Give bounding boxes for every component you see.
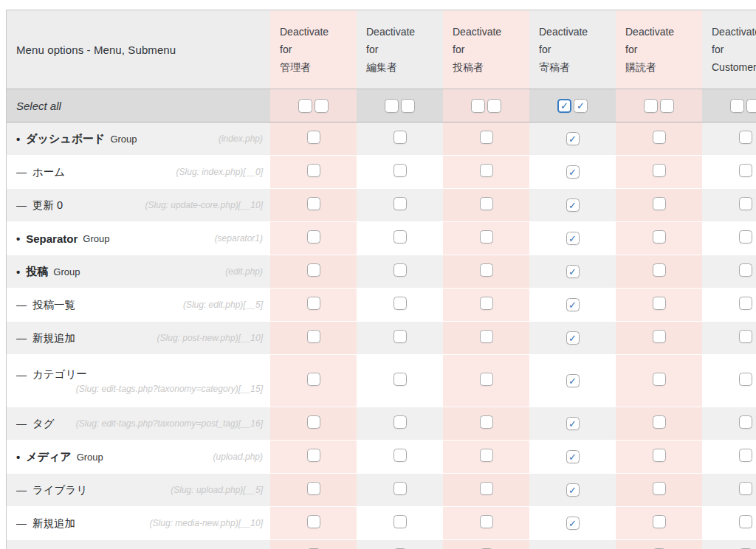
deactivate-checkbox[interactable]	[480, 263, 493, 277]
deactivate-checkbox[interactable]	[653, 263, 666, 277]
deactivate-checkbox[interactable]	[307, 164, 320, 177]
deactivate-checkbox[interactable]	[394, 449, 407, 462]
deactivate-checkbox[interactable]	[653, 482, 666, 495]
deactivate-checkbox[interactable]: ✓	[566, 298, 580, 311]
deactivate-checkbox[interactable]	[739, 449, 752, 462]
deactivate-checkbox[interactable]	[653, 197, 666, 210]
deactivate-checkbox[interactable]	[480, 197, 493, 210]
deactivate-checkbox[interactable]	[480, 230, 493, 244]
deactivate-cell	[616, 222, 702, 255]
deactivate-cell: ✓	[529, 540, 616, 549]
deactivate-checkbox[interactable]	[739, 415, 752, 429]
deactivate-checkbox[interactable]	[307, 449, 320, 462]
deactivate-cell	[270, 507, 357, 540]
deactivate-checkbox[interactable]: ✓	[566, 483, 580, 497]
deactivate-cell: ✓	[529, 189, 616, 222]
deactivate-checkbox[interactable]: ✓	[566, 374, 580, 387]
deactivate-checkbox[interactable]	[394, 373, 407, 386]
deactivate-checkbox[interactable]: ✓	[566, 232, 580, 245]
deactivate-checkbox[interactable]	[480, 449, 493, 462]
deactivate-checkbox[interactable]	[394, 164, 407, 177]
deactivate-checkbox[interactable]	[653, 415, 666, 429]
menu-label-content: —投稿一覧(Slug: edit.php)[__5]	[16, 298, 263, 312]
deactivate-checkbox[interactable]	[739, 230, 752, 244]
deactivate-checkbox[interactable]	[307, 330, 320, 343]
deactivate-checkbox[interactable]	[739, 197, 752, 210]
deactivate-checkbox[interactable]	[653, 449, 666, 462]
deactivate-checkbox[interactable]	[307, 263, 320, 277]
select-all-menus-checkbox[interactable]	[730, 99, 744, 113]
deactivate-checkbox[interactable]: ✓	[566, 265, 580, 278]
deactivate-checkbox[interactable]	[480, 131, 493, 144]
group-bullet: •	[16, 451, 20, 463]
deactivate-checkbox[interactable]	[480, 373, 493, 386]
menu-label-content: —ライブラリ(Slug: upload.php)[__5]	[16, 483, 263, 497]
deactivate-checkbox[interactable]	[480, 482, 493, 495]
deactivate-checkbox[interactable]: ✓	[566, 417, 580, 430]
menu-label-content: •SeparatorGroup(separator1)	[16, 232, 263, 245]
deactivate-checkbox[interactable]	[480, 164, 493, 177]
select-all-submenus-checkbox[interactable]	[315, 99, 329, 113]
deactivate-checkbox[interactable]: ✓	[566, 331, 580, 345]
deactivate-checkbox[interactable]	[480, 330, 493, 343]
deactivate-checkbox[interactable]	[739, 263, 752, 277]
deactivate-checkbox[interactable]	[480, 415, 493, 429]
deactivate-checkbox[interactable]	[394, 263, 407, 277]
deactivate-checkbox[interactable]	[739, 131, 752, 144]
deactivate-checkbox[interactable]	[307, 297, 320, 310]
select-all-menus-checkbox[interactable]: ✓	[557, 99, 571, 113]
deactivate-cell	[702, 507, 756, 540]
submenu-dash: —	[16, 369, 27, 381]
deactivate-checkbox[interactable]	[653, 164, 666, 177]
deactivate-checkbox[interactable]	[739, 482, 752, 495]
deactivate-checkbox[interactable]	[307, 197, 320, 210]
menu-row-submenu: —更新 0(Slug: update-core.php)[__10]✓	[7, 189, 756, 222]
deactivate-checkbox[interactable]	[653, 230, 666, 244]
deactivate-checkbox[interactable]	[394, 131, 407, 144]
deactivate-checkbox[interactable]	[480, 297, 493, 310]
menu-row-group: •投稿Group(edit.php)✓	[7, 255, 756, 289]
menu-slug: (Slug: update-core.php)[__10]	[145, 200, 263, 210]
select-all-submenus-checkbox[interactable]	[487, 99, 501, 113]
select-all-menus-checkbox[interactable]	[385, 99, 399, 113]
deactivate-checkbox[interactable]	[653, 297, 666, 310]
deactivate-cell	[443, 322, 529, 355]
deactivate-cell	[702, 441, 756, 474]
deactivate-checkbox[interactable]	[307, 515, 320, 528]
deactivate-checkbox[interactable]	[653, 373, 666, 386]
deactivate-checkbox[interactable]	[394, 330, 407, 343]
deactivate-checkbox[interactable]	[653, 330, 666, 343]
deactivate-checkbox[interactable]: ✓	[566, 517, 580, 530]
deactivate-checkbox[interactable]	[394, 415, 407, 429]
deactivate-checkbox[interactable]	[739, 297, 752, 310]
deactivate-checkbox[interactable]	[739, 164, 752, 177]
select-all-submenus-checkbox[interactable]	[401, 99, 415, 113]
deactivate-checkbox[interactable]	[394, 297, 407, 310]
select-all-menus-checkbox[interactable]	[298, 99, 312, 113]
select-all-menus-checkbox[interactable]	[471, 99, 485, 113]
select-all-submenus-checkbox[interactable]	[746, 99, 756, 113]
deactivate-checkbox[interactable]: ✓	[566, 132, 580, 145]
deactivate-checkbox[interactable]	[394, 197, 407, 210]
deactivate-checkbox[interactable]: ✓	[566, 198, 580, 212]
deactivate-checkbox[interactable]	[307, 373, 320, 386]
deactivate-checkbox[interactable]	[653, 131, 666, 144]
select-all-submenus-checkbox[interactable]	[660, 99, 674, 113]
deactivate-checkbox[interactable]	[480, 515, 493, 528]
deactivate-checkbox[interactable]	[739, 373, 752, 386]
deactivate-checkbox[interactable]	[307, 482, 320, 495]
deactivate-checkbox[interactable]	[739, 330, 752, 343]
deactivate-checkbox[interactable]	[739, 515, 752, 528]
select-all-submenus-checkbox[interactable]: ✓	[574, 99, 588, 113]
deactivate-checkbox[interactable]: ✓	[566, 165, 580, 179]
menu-row-submenu: —ライブラリ(Slug: upload.php)[__5]✓	[7, 474, 756, 507]
deactivate-checkbox[interactable]	[394, 515, 407, 528]
deactivate-checkbox[interactable]	[394, 230, 407, 244]
deactivate-checkbox[interactable]	[307, 230, 320, 244]
select-all-menus-checkbox[interactable]	[644, 99, 658, 113]
deactivate-checkbox[interactable]	[307, 131, 320, 144]
deactivate-checkbox[interactable]: ✓	[566, 450, 580, 463]
deactivate-checkbox[interactable]	[394, 482, 407, 495]
deactivate-checkbox[interactable]	[653, 515, 666, 528]
deactivate-checkbox[interactable]	[307, 415, 320, 429]
